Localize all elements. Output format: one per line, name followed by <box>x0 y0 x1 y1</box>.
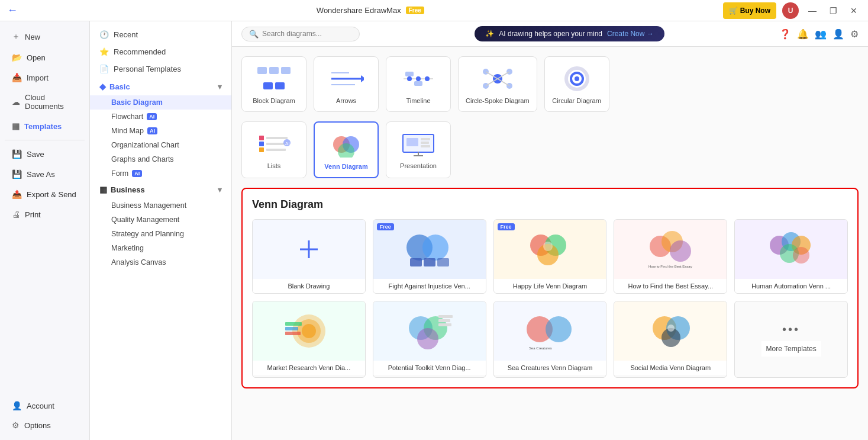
template-market[interactable]: Market Research Venn Dia... <box>252 301 366 378</box>
sidebar-item-import[interactable]: 📥 Import <box>2 68 87 87</box>
search-box[interactable]: 🔍 <box>241 27 360 41</box>
sidebar-item-export[interactable]: 📤 Export & Send <box>2 185 87 204</box>
template-fight[interactable]: Free Fight Against Injustice Ven... <box>373 219 486 294</box>
nav-sub-business-mgmt[interactable]: Business Management <box>90 198 231 213</box>
sidebar-divider <box>5 140 85 140</box>
sidebar-item-print[interactable]: 🖨 Print <box>2 205 87 224</box>
svg-rect-13 <box>405 72 414 76</box>
sidebar-item-cloud[interactable]: ☁ Cloud Documents <box>2 88 87 115</box>
nav-section-basic[interactable]: ◆ Basic ▾ <box>90 78 231 95</box>
sidebar-item-account[interactable]: 👤 Account <box>2 396 87 415</box>
sidebar-item-templates[interactable]: ▦ Templates <box>2 117 87 136</box>
template-social-label: Social Media Venn Diagram <box>614 361 727 375</box>
sidebar-item-new[interactable]: ＋ New <box>2 27 87 47</box>
svg-rect-70 <box>285 332 301 335</box>
personal-icon: 📄 <box>99 65 109 73</box>
diagram-card-circlespoke[interactable]: Circle-Spoke Diagram <box>458 56 537 112</box>
diagram-card-venn[interactable]: Venn Diagram <box>314 121 379 178</box>
diagram-card-arrows[interactable]: Arrows <box>314 56 379 112</box>
circlespoke-label: Circle-Spoke Diagram <box>466 97 530 104</box>
nav-section-business[interactable]: ▦ Business ▾ <box>90 181 231 198</box>
nav-sub-orgchart[interactable]: Organizational Chart <box>90 138 231 152</box>
template-human[interactable]: Human Automation Venn ... <box>734 219 848 294</box>
svg-rect-50 <box>424 258 435 266</box>
svg-marker-6 <box>361 75 364 82</box>
diagram-card-circular[interactable]: Circular Diagram <box>544 56 609 112</box>
svg-rect-69 <box>285 327 298 330</box>
svg-rect-76 <box>438 323 451 326</box>
template-more[interactable]: ••• More Templates <box>734 301 848 378</box>
template-toolkit[interactable]: Potential Toolkit Venn Diag... <box>373 301 486 378</box>
saveas-icon: 💾 <box>12 169 22 179</box>
templates-icon: ▦ <box>12 121 20 131</box>
diagram-card-lists[interactable]: AI Lists <box>241 121 306 178</box>
nav-item-personal[interactable]: 📄 Personal Templates <box>90 60 231 78</box>
minimize-button[interactable]: — <box>805 2 820 19</box>
app-title: Wondershare EdrawMax <box>317 6 401 15</box>
ai-badge-form: AI <box>132 170 142 177</box>
bell-icon[interactable]: 🔔 <box>797 28 809 40</box>
account-icon: 👤 <box>12 401 22 410</box>
template-happy[interactable]: Free Happy Life Venn Diagram <box>493 219 607 294</box>
search-input[interactable] <box>262 30 352 38</box>
sidebar-item-options[interactable]: ⚙ Options <box>2 416 87 435</box>
ai-banner[interactable]: ✨ AI drawing helps open your mind Create… <box>475 26 664 41</box>
svg-text:Sea Creatures: Sea Creatures <box>529 346 552 350</box>
diagram-card-timeline[interactable]: Timeline <box>386 56 451 112</box>
svg-rect-30 <box>266 137 288 139</box>
template-sea[interactable]: Sea Creatures Sea Creatures Venn Diagram <box>493 301 607 378</box>
nav-item-recent[interactable]: 🕐 Recent <box>90 26 231 43</box>
diagram-card-presentation[interactable]: Presentation <box>386 121 451 178</box>
nav-sub-strategy[interactable]: Strategy and Planning <box>90 227 231 241</box>
nav-sub-form[interactable]: Form AI <box>90 166 231 181</box>
nav-sub-mindmap[interactable]: Mind Map AI <box>90 124 231 138</box>
avatar[interactable]: U <box>782 2 799 19</box>
circlespoke-icon <box>466 64 530 94</box>
nav-sub-analysis[interactable]: Analysis Canvas <box>90 255 231 269</box>
template-social[interactable]: Social Media Venn Diagram <box>614 301 727 378</box>
print-icon: 🖨 <box>12 210 20 219</box>
sidebar-item-save[interactable]: 💾 Save <box>2 144 87 163</box>
nav-sub-quality[interactable]: Quality Management <box>90 213 231 227</box>
svg-point-58 <box>670 240 691 262</box>
nav-sub-flowchart[interactable]: Flowchart AI <box>90 110 231 124</box>
chevron-down-icon-business: ▾ <box>218 185 222 194</box>
svg-text:How to Find the Best Essay: How to Find the Best Essay <box>648 265 692 268</box>
save-icon: 💾 <box>12 149 22 159</box>
template-happy-label: Happy Life Venn Diagram <box>494 279 606 293</box>
template-blank[interactable]: Blank Drawing <box>252 219 366 294</box>
toolbar: 🔍 ✨ AI drawing helps open your mind Crea… <box>232 21 868 47</box>
template-market-label: Market Research Venn Dia... <box>253 361 365 375</box>
svg-rect-41 <box>421 142 429 144</box>
close-button[interactable]: ✕ <box>847 2 861 19</box>
person-icon[interactable]: 👤 <box>832 28 844 40</box>
template-essay[interactable]: How to Find the Best Essay How to Find t… <box>614 219 727 294</box>
template-essay-label: How to Find the Best Essay... <box>614 279 727 293</box>
svg-rect-40 <box>421 138 430 140</box>
nav-sub-marketing[interactable]: Marketing <box>90 241 231 255</box>
nav-sub-graphs[interactable]: Graphs and Charts <box>90 152 231 166</box>
cloud-icon: ☁ <box>12 97 20 107</box>
sidebar-item-open[interactable]: 📂 Open <box>2 48 87 67</box>
nav-sub-basic-diagram[interactable]: Basic Diagram <box>90 95 231 110</box>
users-icon[interactable]: 👥 <box>815 28 827 40</box>
timeline-label: Timeline <box>393 97 443 104</box>
buy-now-button[interactable]: 🛒Buy Now <box>723 2 776 19</box>
diagram-card-block[interactable]: Block Diagram <box>241 56 306 112</box>
ai-banner-text: AI drawing helps open your mind <box>499 30 602 38</box>
svg-point-83 <box>667 325 675 332</box>
search-icon: 🔍 <box>249 30 259 38</box>
titlebar-center: Wondershare EdrawMax Free <box>317 6 424 15</box>
maximize-button[interactable]: ❐ <box>826 2 841 19</box>
folder-icon: 📂 <box>12 53 22 62</box>
main-content: 🔍 ✨ AI drawing helps open your mind Crea… <box>232 21 868 440</box>
settings-icon[interactable]: ⚙ <box>850 28 859 40</box>
create-now-button[interactable]: Create Now → <box>607 30 654 38</box>
help-icon[interactable]: ❓ <box>779 28 791 40</box>
ai-star-icon: ✨ <box>485 30 494 38</box>
nav-item-recommended[interactable]: ⭐ Recommended <box>90 43 231 60</box>
sidebar-item-saveas[interactable]: 💾 Save As <box>2 165 87 184</box>
template-more-label: More Templates <box>761 341 821 357</box>
svg-rect-3 <box>263 82 273 89</box>
svg-rect-29 <box>259 147 264 152</box>
